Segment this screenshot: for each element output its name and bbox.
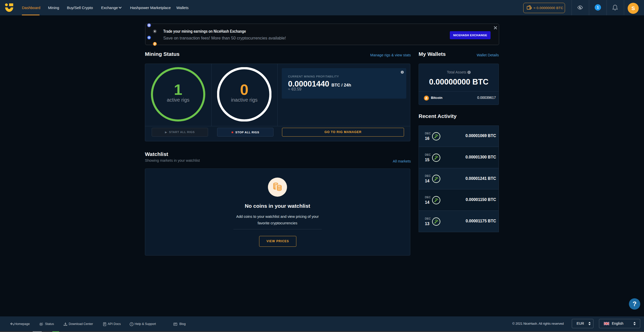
svg-text:₿: ₿ — [425, 96, 428, 100]
svg-text:?: ? — [131, 323, 132, 325]
svg-text:₿: ₿ — [154, 42, 156, 45]
